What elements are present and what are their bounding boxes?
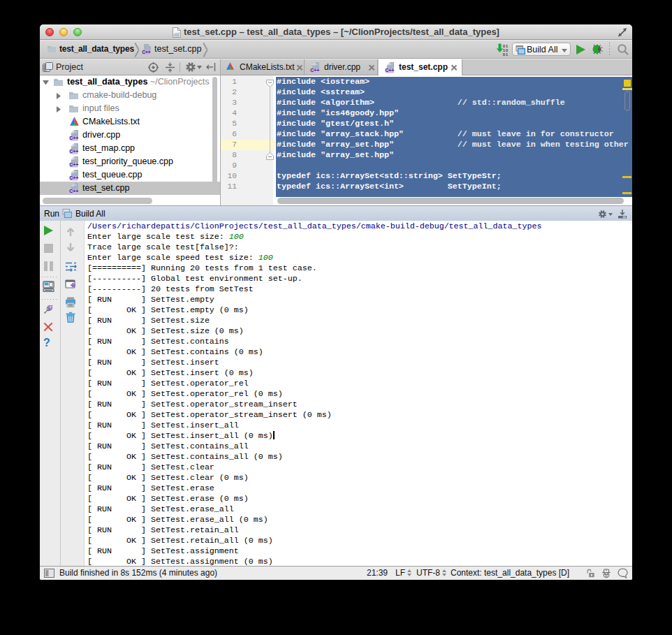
svg-text:01: 01: [503, 52, 509, 56]
svg-text:C++: C++: [142, 50, 150, 54]
